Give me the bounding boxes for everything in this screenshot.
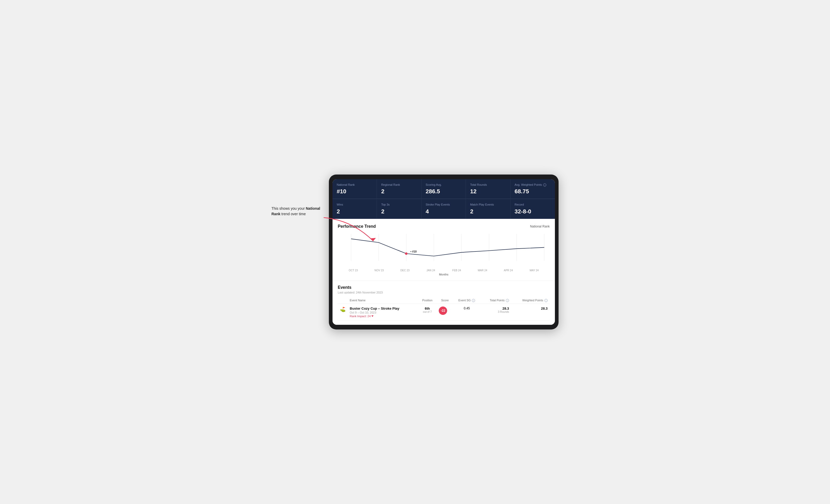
stat-top3s-label: Top 3s	[381, 203, 417, 206]
score-badge: -22	[439, 306, 447, 315]
x-label-may24: MAY 24	[521, 269, 547, 272]
event-weighted-points-cell: 28.3	[511, 304, 550, 321]
stats-row-1: National Rank #10 Regional Rank 2 Scorin…	[332, 179, 555, 199]
events-table-body: ⛳ Buster Cozy Cup – Stroke Play Oct 9 – …	[338, 304, 550, 321]
stat-stroke-play-label: Stroke Play Events	[426, 203, 461, 206]
stat-total-rounds-value: 12	[470, 188, 506, 195]
events-title: Events	[338, 285, 550, 290]
events-header: Events	[338, 285, 550, 290]
event-rank-impact: Rank Impact: 24	[350, 314, 416, 318]
chart-svg: • #10	[338, 233, 550, 267]
annotation-plain: This shows you your	[272, 206, 306, 210]
event-sg-value: 0.45	[464, 306, 470, 310]
event-icon-cell: ⛳	[338, 304, 348, 321]
chart-x-axis: OCT 23 NOV 23 DEC 23 JAN 24 FEB 24 MAR 2…	[338, 269, 550, 272]
tablet-content: National Rank #10 Regional Rank 2 Scorin…	[332, 179, 555, 325]
performance-trend-section: Performance Trend National Rank	[332, 219, 555, 281]
x-label-oct23: OCT 23	[340, 269, 366, 272]
event-total-points: 28.3	[483, 306, 509, 310]
stat-national-rank-label: National Rank	[337, 183, 373, 187]
event-score-cell: -22	[437, 304, 453, 321]
stat-record-label: Record	[515, 203, 551, 206]
stat-total-rounds: Total Rounds 12	[466, 179, 510, 199]
info-icon-event-sg: i	[472, 299, 475, 302]
tablet-screen: National Rank #10 Regional Rank 2 Scorin…	[332, 179, 555, 325]
annotation-text: This shows you your National Rank trend …	[272, 206, 326, 217]
stat-scoring-avg-value: 286.5	[426, 188, 461, 195]
events-updated: Last updated: 24th November 2023	[338, 291, 550, 294]
stat-scoring-avg-label: Scoring Avg.	[426, 183, 461, 187]
stats-row-2: Wins 2 Top 3s 2 Stroke Play Events 4 Mat…	[332, 199, 555, 219]
perf-legend: National Rank	[530, 225, 550, 228]
stat-scoring-avg: Scoring Avg. 286.5	[421, 179, 466, 199]
stat-record-value: 32-8-0	[515, 208, 551, 215]
stat-national-rank: National Rank #10	[332, 179, 377, 199]
svg-point-9	[405, 252, 408, 255]
stat-national-rank-value: #10	[337, 188, 373, 195]
events-table-head: Event Name Position Score Event SG i Tot…	[338, 297, 550, 304]
svg-text:• #10: • #10	[411, 250, 417, 253]
perf-header: Performance Trend National Rank	[338, 224, 550, 229]
x-label-dec23: DEC 23	[392, 269, 418, 272]
golf-icon: ⛳	[340, 307, 346, 312]
stat-avg-weighted-label: Avg. Weighted Points i	[515, 183, 551, 187]
performance-chart: • #10	[338, 233, 550, 267]
stat-stroke-play-value: 4	[426, 208, 461, 215]
x-label-apr24: APR 24	[496, 269, 521, 272]
stat-record: Record 32-8-0	[511, 199, 555, 219]
event-name: Buster Cozy Cup – Stroke Play	[350, 306, 416, 310]
stat-wins-label: Wins	[337, 203, 373, 206]
event-date: Oct 9 – Oct 10, 2023	[350, 311, 416, 314]
event-position: 6th	[420, 306, 435, 310]
outer-wrapper: This shows you your National Rank trend …	[272, 174, 558, 330]
th-score: Score	[437, 297, 453, 304]
event-total-points-cell: 28.3 3 Rounds	[480, 304, 511, 321]
x-label-feb24: FEB 24	[444, 269, 470, 272]
x-label-jan24: JAN 24	[418, 269, 444, 272]
x-label-nov23: NOV 23	[366, 269, 392, 272]
th-event-name: Event Name	[348, 297, 418, 304]
th-icon	[338, 297, 348, 304]
stat-stroke-play: Stroke Play Events 4	[421, 199, 466, 219]
event-position-sub: out of 7	[420, 310, 435, 313]
stat-match-play-label: Match Play Events	[470, 203, 506, 206]
th-position: Position	[418, 297, 437, 304]
stat-wins-value: 2	[337, 208, 373, 215]
stat-avg-weighted: Avg. Weighted Points i 68.75	[511, 179, 555, 199]
event-sg-cell: 0.45	[453, 304, 480, 321]
rank-impact-text: Rank Impact: 24	[350, 314, 371, 318]
x-label-mar24: MAR 24	[470, 269, 496, 272]
table-row: ⛳ Buster Cozy Cup – Stroke Play Oct 9 – …	[338, 304, 550, 321]
stat-match-play: Match Play Events 2	[466, 199, 510, 219]
th-event-sg: Event SG i	[453, 297, 480, 304]
stat-top3s: Top 3s 2	[377, 199, 421, 219]
stat-regional-rank-value: 2	[381, 188, 417, 195]
tablet-frame: National Rank #10 Regional Rank 2 Scorin…	[329, 174, 558, 330]
event-name-cell: Buster Cozy Cup – Stroke Play Oct 9 – Oc…	[348, 304, 418, 321]
event-weighted-points: 28.3	[513, 306, 548, 310]
stat-regional-rank-label: Regional Rank	[381, 183, 417, 187]
perf-title: Performance Trend	[338, 224, 376, 229]
info-icon-total-points: i	[506, 299, 509, 302]
stat-regional-rank: Regional Rank 2	[377, 179, 421, 199]
th-weighted-points: Weighted Points i	[511, 297, 550, 304]
event-total-points-sub: 3 Rounds	[483, 310, 509, 313]
th-total-points: Total Points i	[480, 297, 511, 304]
events-table-header-row: Event Name Position Score Event SG i Tot…	[338, 297, 550, 304]
stat-top3s-value: 2	[381, 208, 417, 215]
info-icon-avg-weighted: i	[543, 183, 546, 187]
events-table: Event Name Position Score Event SG i Tot…	[338, 297, 550, 321]
rank-down-arrow-icon	[372, 315, 374, 317]
stat-match-play-value: 2	[470, 208, 506, 215]
stat-avg-weighted-value: 68.75	[515, 188, 551, 195]
stat-wins: Wins 2	[332, 199, 377, 219]
info-icon-weighted-points: i	[544, 299, 548, 302]
annotation-after: trend over time	[280, 212, 306, 216]
event-position-cell: 6th out of 7	[418, 304, 437, 321]
events-section: Events Last updated: 24th November 2023 …	[332, 281, 555, 325]
chart-x-title: Months	[338, 273, 550, 278]
stat-total-rounds-label: Total Rounds	[470, 183, 506, 187]
